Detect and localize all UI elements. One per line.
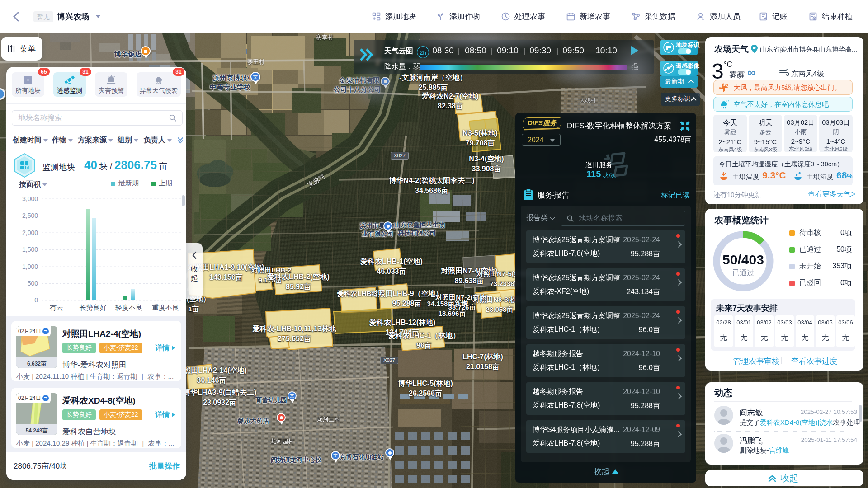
svg-text:已通过: 已通过 [732, 269, 754, 277]
svg-text:50/403: 50/403 [722, 252, 764, 267]
svg-text:重度不良: 重度不良 [152, 304, 179, 311]
svg-text:3,000: 3,000 [22, 195, 38, 202]
svg-text:24h: 24h [725, 83, 728, 87]
svg-text:2,000: 2,000 [22, 229, 38, 236]
svg-text:2h: 2h [726, 99, 729, 103]
svg-text:1,000: 1,000 [22, 263, 38, 270]
svg-text:2,500: 2,500 [22, 212, 38, 219]
svg-text:1,500: 1,500 [22, 246, 38, 253]
svg-text:轻度不良: 轻度不良 [115, 304, 142, 311]
svg-text:500: 500 [28, 280, 38, 287]
svg-text:有云: 有云 [50, 304, 63, 311]
svg-text:0: 0 [34, 296, 38, 304]
svg-text:长势良好: 长势良好 [80, 304, 107, 311]
